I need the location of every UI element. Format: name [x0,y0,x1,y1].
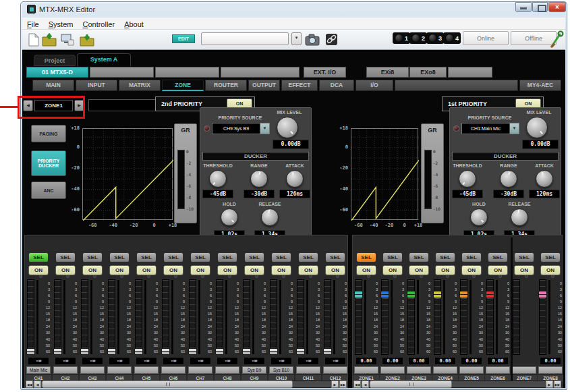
zone4-on-button[interactable]: ON [435,265,455,275]
zone6-fader-handle[interactable] [486,291,494,298]
first-attack-knob[interactable] [536,170,553,188]
ch12-sel-button[interactable]: SEL [325,252,345,262]
ch5-sel-button[interactable]: SEL [136,252,156,262]
ch12-on-button[interactable]: ON [325,265,345,275]
ch2-fader-handle[interactable] [53,348,62,355]
combo-dropdown-icon[interactable]: ▼ [291,32,302,45]
ch10-fader-handle[interactable] [269,348,278,355]
unit-3-indicator[interactable]: 3 [426,32,444,44]
ch8-sel-button[interactable]: SEL [217,252,237,262]
channel-scroll-left-icon[interactable]: ◀ [34,381,41,388]
zone6-sel-button[interactable]: SEL [488,252,508,262]
tab-i-o[interactable]: I/O [355,80,393,91]
sidebar-item-paging[interactable]: PAGING [31,125,66,142]
zone1-fader-handle[interactable] [354,291,363,298]
open-file-icon[interactable] [42,33,57,47]
sidebar-item-anc[interactable]: ANC [31,181,66,199]
sidebar-item-priority-ducker[interactable]: PRIORITY DUCKER [31,150,66,176]
device-mtx5d[interactable]: 01 MTX5-D [26,67,88,78]
unit-2-indicator[interactable]: 2 [409,32,427,44]
ch6-sel-button[interactable]: SEL [163,252,183,262]
tab-input[interactable]: INPUT [76,80,117,91]
send-to-device-icon[interactable] [61,34,74,46]
menu-item-controller[interactable]: Controller [78,19,119,30]
chevron-down-icon[interactable]: ▼ [260,123,269,134]
zone7-sel-button[interactable]: SEL [514,252,534,262]
first-priority-source-select[interactable]: CH1:Main Mic▼ [461,123,519,134]
ch1-sel-button[interactable]: SEL [28,252,49,262]
zone2-sel-button[interactable]: SEL [382,252,403,262]
zone-scroll-right-icon[interactable]: ▶ [546,381,553,388]
maximize-button[interactable] [532,2,548,12]
offline-button[interactable]: Offline [511,31,557,45]
ch9-fader-handle[interactable] [242,348,251,355]
second-hold-knob[interactable] [221,208,238,226]
ch1-fader-handle[interactable] [26,348,35,355]
zone5-fader-handle[interactable] [459,291,468,298]
online-button[interactable]: Online [463,31,509,45]
zone7-fader-track[interactable] [513,279,520,355]
zone5-on-button[interactable]: ON [461,265,482,275]
exo8-box[interactable]: EXo8 [409,67,447,78]
zone-scroll-left-icon[interactable]: ◀ [362,381,369,388]
zone4-fader-handle[interactable] [433,291,442,298]
second-priority-source-select[interactable]: CH9:Sys B9▼ [212,123,270,134]
ch4-on-button[interactable]: ON [109,265,130,275]
ch9-fader-track[interactable] [243,279,250,355]
tab-project[interactable]: Project [34,55,76,66]
zone8-on-button[interactable]: ON [540,265,561,275]
zone8-sel-button[interactable]: SEL [540,252,561,262]
first-mix-level-knob[interactable] [526,117,548,138]
ch10-fader-track[interactable] [270,279,277,355]
second-attack-knob[interactable] [286,170,304,188]
link-icon[interactable] [326,34,337,45]
channel-scroll-left-end-icon[interactable]: ◀◀ [26,381,33,388]
second-threshold-knob[interactable] [209,170,227,188]
ch1-on-button[interactable]: ON [28,265,49,275]
ext-io-box[interactable]: EXT. I/O [304,67,346,78]
zone-name-field[interactable] [88,99,156,111]
chevron-down-icon[interactable]: ▼ [509,123,519,134]
tab-main[interactable]: MAIN [32,80,74,91]
ch5-fader-track[interactable] [135,279,142,355]
tab-output[interactable]: OUTPUT [248,80,280,91]
first-release-knob[interactable] [511,208,528,226]
zone5-sel-button[interactable]: SEL [461,252,482,262]
ch7-fader-track[interactable] [189,279,196,355]
zone3-fader-handle[interactable] [407,291,416,298]
ch9-sel-button[interactable]: SEL [244,252,264,262]
zone3-sel-button[interactable]: SEL [409,252,429,262]
tab-my4-aec[interactable]: MY4-AEC [519,80,561,91]
ch7-fader-handle[interactable] [188,348,197,355]
tab-effect[interactable]: EFFECT [281,80,318,91]
ch7-on-button[interactable]: ON [190,265,210,275]
device-slot-empty-4[interactable] [448,67,492,78]
wrench-icon[interactable] [550,30,564,48]
channel-scroll-right-icon[interactable]: ▶ [331,381,339,388]
ch8-fader-handle[interactable] [215,348,224,355]
zone1-sel-button[interactable]: SEL [356,252,376,262]
ch11-fader-handle[interactable] [296,348,305,355]
zone-scrollbar-thumb[interactable] [370,381,452,388]
minimize-button[interactable] [515,2,532,12]
ch7-sel-button[interactable]: SEL [190,252,210,262]
ch10-on-button[interactable]: ON [271,265,291,275]
zone4-sel-button[interactable]: SEL [435,252,455,262]
zone-scroll-right-end-icon[interactable]: ▶▶ [554,381,561,388]
ch12-fader-track[interactable] [324,279,331,355]
tab-matrix[interactable]: MATRIX [119,80,161,91]
ch11-fader-track[interactable] [297,279,304,355]
ch1-fader-track[interactable] [27,279,34,355]
zone2-on-button[interactable]: ON [382,265,403,275]
scene-combo-field[interactable] [201,32,289,45]
ch3-fader-track[interactable] [81,279,88,355]
close-button[interactable]: × [548,2,566,12]
ch5-on-button[interactable]: ON [136,265,156,275]
channel-scrollbar-thumb[interactable] [42,381,293,388]
first-hold-knob[interactable] [470,208,488,226]
new-file-icon[interactable] [28,33,39,47]
zone8-fader-handle[interactable] [538,291,547,298]
ch4-fader-track[interactable] [108,279,115,355]
device-slot-empty-3[interactable] [221,67,300,78]
ch2-on-button[interactable]: ON [55,265,76,275]
